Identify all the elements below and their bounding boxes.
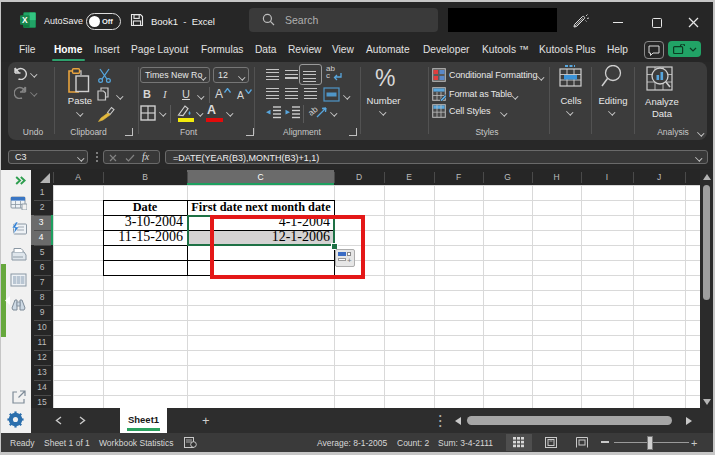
svg-text:X: X — [22, 15, 28, 25]
